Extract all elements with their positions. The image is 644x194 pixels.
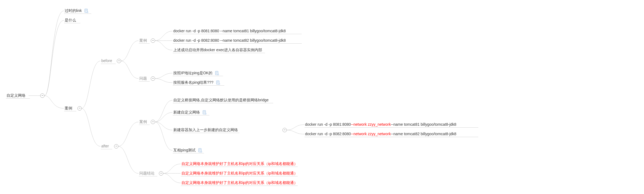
node-conclusion-1[interactable]: 自定义网络本身就维护好了主机名和ip的对应关系（ip和域名都能通）	[181, 161, 298, 167]
node-before-problem[interactable]: 问题	[139, 76, 147, 81]
node-before[interactable]: before	[101, 58, 112, 64]
svg-point-1	[87, 12, 88, 13]
node-conclusion-3[interactable]: 自定义网络本身就维护好了主机名和ip的对应关系（ip和域名都能通）	[181, 180, 298, 186]
node-underline	[139, 43, 150, 44]
node-label: 案例	[65, 106, 72, 111]
node-underline	[173, 76, 223, 76]
node-label: 自定义网络	[7, 93, 26, 98]
node-case-l1[interactable]: 案例	[65, 106, 72, 111]
node-ping-ip[interactable]: 按照IP地址ping是OK的	[173, 70, 219, 76]
node-label: 自定义网络本身就维护好了主机名和ip的对应关系（ip和域名都能通）	[181, 180, 298, 186]
cmd-part: --name tomcat81 billygoo/tomcat8-jdk8	[391, 122, 456, 127]
node-conclusion-2[interactable]: 自定义网络本身就维护好了主机名和ip的对应关系（ip和域名都能通）	[181, 171, 298, 176]
node-root[interactable]: 自定义网络	[7, 93, 26, 98]
node-after[interactable]: after	[101, 144, 109, 149]
node-label: 自定义网络本身就维护好了主机名和ip的对应关系（ip和域名都能通）	[181, 161, 298, 167]
node-label: 上述成功启动并用docker exec进入各自容器实例内部	[173, 47, 262, 53]
node-join-run1[interactable]: docker run -d -p 8081:8080 --network zzy…	[305, 122, 456, 127]
node-underline	[139, 176, 157, 176]
note-icon	[84, 9, 88, 13]
node-join-run2[interactable]: docker run -d -p 8082:8080 --network zzy…	[305, 131, 456, 137]
mindmap-canvas: { "root": { "label": "自定义网络" }, "l1": { …	[0, 0, 644, 194]
node-label: 按照IP地址ping是OK的	[173, 70, 212, 76]
node-label: 问题结论	[139, 171, 155, 176]
node-label: after	[101, 144, 109, 149]
node-underline	[304, 137, 478, 137]
toggle-conclusion[interactable]	[159, 171, 163, 176]
cmd-part: --name tomcat82 billygoo/tomcat8-jdk8	[391, 131, 456, 137]
node-conclusion[interactable]: 问题结论	[139, 171, 155, 176]
svg-point-7	[205, 113, 206, 115]
node-underline	[173, 85, 224, 86]
node-label: 自定义网络本身就维护好了主机名和ip的对应关系（ip和域名都能通）	[181, 171, 298, 176]
cmd-highlight: --network zzyy_network	[351, 131, 391, 137]
svg-point-9	[201, 151, 202, 153]
node-before-case[interactable]: 案例	[139, 38, 147, 43]
toggle-before-case[interactable]	[151, 38, 155, 43]
node-label: 自定义桥接网络,自定义网络默认使用的是桥接网络bridge	[173, 98, 269, 103]
svg-point-3	[217, 74, 219, 75]
node-underline	[181, 167, 298, 167]
node-ping-name[interactable]: 按照服务名ping结果???	[173, 80, 220, 85]
node-underline	[173, 115, 209, 115]
node-label: before	[101, 58, 112, 64]
node-label: 按照服务名ping结果???	[173, 80, 213, 85]
node-label: docker run -d -p 8082:8080 --name tomcat…	[173, 38, 286, 43]
toggle-root[interactable]	[40, 93, 45, 98]
node-underline	[139, 81, 150, 82]
node-label: 互相ping测试	[173, 148, 196, 153]
node-label: 新建容器加入上一步新建的自定义网络	[173, 127, 238, 133]
cmd-highlight: --network zzyy_network	[351, 122, 391, 127]
node-label: 过时的link	[65, 8, 82, 14]
node-underline	[173, 43, 302, 44]
node-underline	[173, 103, 273, 103]
svg-point-5	[218, 83, 220, 85]
node-underline	[64, 111, 76, 111]
node-underline	[101, 64, 116, 64]
node-join-net[interactable]: 新建容器加入上一步新建的自定义网络	[173, 127, 238, 133]
connectors	[0, 0, 644, 194]
node-outdated-link[interactable]: 过时的link	[65, 8, 88, 14]
toggle-after[interactable]	[114, 144, 118, 148]
node-after-case[interactable]: 案例	[139, 119, 147, 125]
toggle-case-l1[interactable]	[77, 106, 82, 111]
toggle-before[interactable]	[117, 59, 121, 63]
note-icon	[215, 71, 219, 75]
note-icon	[216, 80, 220, 85]
node-before-run2[interactable]: docker run -d -p 8082:8080 --name tomcat…	[173, 38, 286, 43]
node-before-exec[interactable]: 上述成功启动并用docker exec进入各自容器实例内部	[173, 47, 262, 53]
node-underline	[173, 133, 239, 133]
node-ping-test[interactable]: 互相ping测试	[173, 148, 202, 153]
node-what-is[interactable]: 是什么	[65, 18, 76, 23]
toggle-join-net[interactable]	[282, 128, 287, 132]
node-label: docker run -d -p 8081:8080 --name tomcat…	[173, 28, 286, 34]
toggle-after-case[interactable]	[151, 120, 155, 124]
node-label: 新建自定义网络	[173, 110, 200, 115]
node-underline	[173, 53, 265, 53]
node-underline	[139, 125, 150, 125]
node-label: 问题	[139, 76, 147, 81]
node-underline	[64, 23, 80, 23]
note-icon	[203, 110, 206, 115]
node-underline	[64, 14, 91, 14]
node-before-run1[interactable]: docker run -d -p 8081:8080 --name tomcat…	[173, 28, 286, 34]
node-underline	[181, 186, 298, 186]
node-create-net[interactable]: 新建自定义网络	[173, 110, 206, 115]
cmd-part: docker run -d -p 8082:8080	[305, 131, 351, 137]
node-underline	[173, 34, 302, 34]
cmd-part: docker run -d -p 8081:8080	[305, 122, 351, 127]
node-label: 是什么	[65, 18, 76, 23]
node-label: 案例	[139, 119, 147, 125]
node-underline	[173, 153, 204, 153]
node-underline	[6, 98, 30, 99]
node-underline	[181, 176, 298, 176]
toggle-before-problem[interactable]	[151, 76, 155, 81]
note-icon	[198, 148, 202, 153]
node-underline	[101, 149, 112, 149]
node-label: 案例	[139, 38, 147, 43]
node-bridge-desc[interactable]: 自定义桥接网络,自定义网络默认使用的是桥接网络bridge	[173, 98, 269, 103]
node-underline	[304, 127, 478, 128]
